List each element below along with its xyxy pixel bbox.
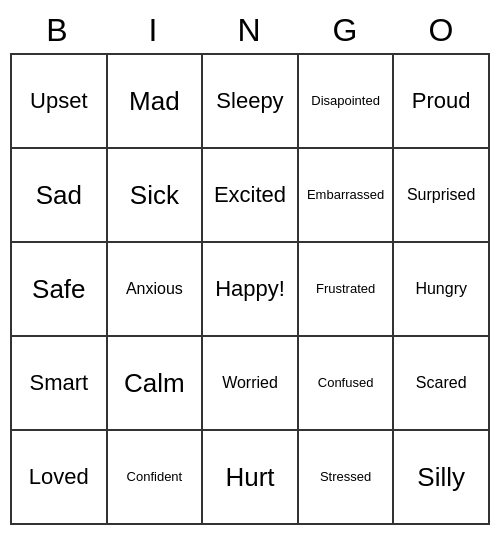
bingo-cell-0-3: Disapointed — [299, 55, 395, 149]
cell-text-3-2: Worried — [222, 374, 278, 392]
bingo-cell-1-1: Sick — [108, 149, 204, 243]
bingo-cell-3-4: Scared — [394, 337, 490, 431]
header-letter-O: O — [394, 8, 490, 53]
bingo-cell-3-3: Confused — [299, 337, 395, 431]
bingo-cell-2-3: Frustrated — [299, 243, 395, 337]
bingo-cell-1-3: Embarrassed — [299, 149, 395, 243]
bingo-header: BINGO — [10, 8, 490, 53]
cell-text-4-0: Loved — [29, 465, 89, 489]
bingo-cell-4-1: Confident — [108, 431, 204, 525]
cell-text-3-3: Confused — [318, 376, 374, 390]
cell-text-2-0: Safe — [32, 275, 86, 304]
bingo-cell-0-2: Sleepy — [203, 55, 299, 149]
bingo-cell-2-4: Hungry — [394, 243, 490, 337]
cell-text-4-2: Hurt — [225, 463, 274, 492]
bingo-card: BINGO UpsetMadSleepyDisapointedProudSadS… — [10, 8, 490, 525]
cell-text-3-4: Scared — [416, 374, 467, 392]
cell-text-4-4: Silly — [417, 463, 465, 492]
bingo-cell-4-4: Silly — [394, 431, 490, 525]
cell-text-0-4: Proud — [412, 89, 471, 113]
cell-text-2-2: Happy! — [215, 277, 285, 301]
bingo-cell-1-4: Surprised — [394, 149, 490, 243]
cell-text-3-0: Smart — [29, 371, 88, 395]
bingo-cell-4-0: Loved — [12, 431, 108, 525]
bingo-cell-2-1: Anxious — [108, 243, 204, 337]
header-letter-G: G — [298, 8, 394, 53]
bingo-cell-0-0: Upset — [12, 55, 108, 149]
header-letter-I: I — [106, 8, 202, 53]
cell-text-1-2: Excited — [214, 183, 286, 207]
bingo-cell-3-1: Calm — [108, 337, 204, 431]
cell-text-2-3: Frustrated — [316, 282, 375, 296]
cell-text-1-4: Surprised — [407, 186, 475, 204]
cell-text-2-4: Hungry — [415, 280, 467, 298]
cell-text-0-1: Mad — [129, 87, 180, 116]
header-letter-N: N — [202, 8, 298, 53]
cell-text-1-3: Embarrassed — [307, 188, 384, 202]
cell-text-1-0: Sad — [36, 181, 82, 210]
cell-text-3-1: Calm — [124, 369, 185, 398]
cell-text-4-3: Stressed — [320, 470, 371, 484]
bingo-cell-1-2: Excited — [203, 149, 299, 243]
bingo-cell-0-1: Mad — [108, 55, 204, 149]
bingo-cell-3-2: Worried — [203, 337, 299, 431]
bingo-grid: UpsetMadSleepyDisapointedProudSadSickExc… — [10, 53, 490, 525]
bingo-cell-1-0: Sad — [12, 149, 108, 243]
bingo-cell-4-3: Stressed — [299, 431, 395, 525]
cell-text-4-1: Confident — [127, 470, 183, 484]
bingo-cell-2-2: Happy! — [203, 243, 299, 337]
bingo-cell-4-2: Hurt — [203, 431, 299, 525]
cell-text-0-2: Sleepy — [216, 89, 283, 113]
cell-text-2-1: Anxious — [126, 280, 183, 298]
bingo-cell-2-0: Safe — [12, 243, 108, 337]
bingo-cell-0-4: Proud — [394, 55, 490, 149]
cell-text-0-0: Upset — [30, 89, 87, 113]
header-letter-B: B — [10, 8, 106, 53]
cell-text-1-1: Sick — [130, 181, 179, 210]
cell-text-0-3: Disapointed — [311, 94, 380, 108]
bingo-cell-3-0: Smart — [12, 337, 108, 431]
